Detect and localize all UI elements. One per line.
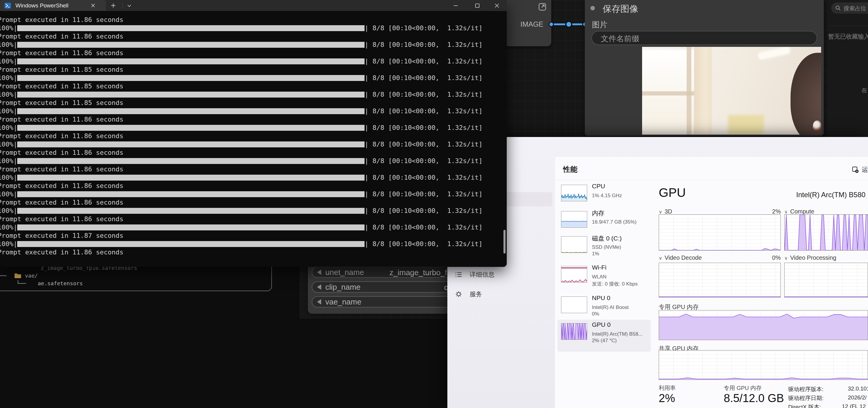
empty-favorites-text: 暂无已收藏输入: [828, 33, 868, 41]
tree-line-branch: ──: [0, 272, 6, 279]
terminal-tab-bar: Windows PowerShell: [0, 0, 507, 11]
progress-bar-fill: [17, 42, 365, 48]
terminal-progress-line: 100%|| 8/8 [00:10<00:00, 1.32s/it]: [0, 74, 483, 82]
terminal-exec-line: Prompt executed in 11.86 seconds: [0, 132, 483, 140]
widget-left-arrow-icon[interactable]: [317, 270, 321, 275]
filename-prefix-widget[interactable]: 文件名前缀: [591, 31, 817, 45]
terminal-output: Prompt executed in 11.86 seconds100%|| 8…: [0, 16, 483, 257]
progress-bar-fill: [17, 225, 365, 230]
directx-value: 12 (FL 12: [842, 403, 866, 408]
tab-close-icon[interactable]: [91, 3, 96, 8]
progress-bar-fill: [17, 191, 365, 197]
progress-bar-fill: [17, 75, 365, 81]
gpu-thumbnail: [561, 323, 587, 340]
proc-graph-svg: [784, 263, 868, 297]
gpu-device-name: Intel(R) Arc(TM) B580: [796, 191, 865, 199]
driver-date-value: 2026/2/: [848, 394, 867, 401]
tab-dropdown-icon[interactable]: [127, 4, 131, 7]
progress-bar-fill: [17, 241, 365, 247]
hardware-detail: WLAN: [592, 274, 607, 280]
chevron-down-icon[interactable]: ∨: [659, 256, 662, 261]
preview-node[interactable]: IMAGE: [505, 0, 551, 46]
reroute-dot[interactable]: [565, 21, 572, 28]
close-icon: [495, 3, 499, 8]
utilization-value: 2%: [659, 392, 675, 405]
section-3d-label[interactable]: ∨3D: [659, 208, 672, 215]
save-image-node[interactable]: 保存图像 图片 文件名前缀: [585, 0, 824, 136]
progress-bar-fill: [17, 108, 365, 114]
d3-graph-svg: [659, 215, 780, 250]
new-tab-icon[interactable]: [111, 3, 116, 8]
hardware-name: NPU 0: [592, 295, 610, 302]
progress-bar-fill: [17, 175, 365, 180]
terminal-exec-line: Prompt executed in 11.86 seconds: [0, 148, 483, 157]
task-manager-window: 详细信息 服务 性能 运 CPU1% 4.15 GHz内存16.9/: [447, 137, 868, 408]
chevron-down-icon[interactable]: ∨: [784, 256, 788, 261]
gpu-title: GPU: [659, 185, 686, 200]
section-video-decode-label[interactable]: ∨Video Decode: [659, 254, 702, 261]
search-icon: [835, 5, 841, 11]
wifi-thumbnail: [561, 266, 587, 282]
mem-thumbnail: [561, 211, 587, 228]
hardware-name: CPU: [592, 183, 605, 190]
utilization-label: 利用率: [659, 384, 676, 392]
compute-graph: [784, 214, 868, 250]
dedicated-memory-label: 专用 GPU 内存: [659, 303, 699, 311]
terminal-exec-line: Prompt executed in 11.86 seconds: [0, 182, 483, 190]
powershell-window: Windows PowerShell Prompt: [0, 0, 507, 267]
widget-left-arrow-icon[interactable]: [317, 284, 321, 290]
terminal-exec-line: Prompt executed in 11.85 seconds: [0, 99, 483, 107]
close-button[interactable]: [487, 0, 507, 11]
terminal-body[interactable]: Prompt executed in 11.86 seconds100%|| 8…: [0, 11, 507, 267]
tree-line-connector: └──: [16, 280, 26, 286]
chevron-down-icon[interactable]: ∨: [659, 209, 662, 214]
directx-label: DirectX 版本:: [788, 403, 821, 408]
dedicated-memory-graph: [659, 310, 868, 340]
terminal-scrollbar[interactable]: [503, 230, 505, 253]
screen: z_image_turbo_fp16.safetensors ── vae/ └…: [0, 0, 868, 408]
hardware-detail: 发送: 0 接收: 0 Kbps: [592, 280, 638, 287]
widget-left-arrow-icon[interactable]: [317, 299, 321, 305]
terminal-exec-line: Prompt executed in 11.86 seconds: [0, 49, 483, 57]
driver-version-label: 驱动程序版本:: [788, 385, 824, 393]
hardware-detail: 0%: [592, 311, 599, 317]
maximize-button[interactable]: [468, 0, 487, 11]
preview-image[interactable]: [642, 47, 821, 135]
shared-memory-graph: [659, 350, 868, 380]
dedicated-mem-stat-label: 专用 GPU 内存: [724, 384, 762, 392]
terminal-exec-line: Prompt executed in 11.86 seconds: [0, 198, 483, 207]
image-input-label: 图片: [592, 20, 607, 30]
terminal-exec-line: Prompt executed in 11.86 seconds: [0, 165, 483, 173]
terminal-exec-line: Prompt executed in 11.87 seconds: [0, 232, 483, 240]
node-collapse-dot[interactable]: [590, 6, 595, 10]
tab-bar-divider: [122, 2, 123, 9]
sidebar-search-input[interactable]: 搜索占位: [831, 2, 868, 14]
hardware-detail: Intel(R) Arc(TM) B58...: [592, 331, 642, 337]
tab-title: Windows PowerShell: [16, 2, 68, 9]
section-compute-label[interactable]: ∨Compute: [784, 208, 814, 215]
tab-windows-powershell[interactable]: Windows PowerShell: [0, 0, 106, 11]
driver-version-value: 32.0.101: [848, 385, 868, 392]
folder-icon: [14, 273, 21, 278]
hardware-detail: Intel(R) AI Boost: [592, 305, 629, 310]
progress-bar-fill: [17, 158, 365, 164]
widget-label: vae_name: [326, 297, 361, 307]
section-video-processing-label[interactable]: ∨Video Processing: [784, 254, 836, 261]
expand-icon[interactable]: [538, 2, 547, 11]
terminal-exec-line: Prompt executed in 11.86 seconds: [0, 215, 483, 223]
progress-bar-fill: [17, 208, 365, 214]
minimize-icon: [453, 3, 458, 8]
powershell-icon: [4, 2, 11, 9]
minimize-button[interactable]: [446, 0, 465, 11]
node-title: 保存图像: [602, 3, 638, 15]
wifi-graph-svg: [561, 266, 587, 282]
terminal-progress-line: 100%|| 8/8 [00:10<00:00, 1.32s/it]: [0, 190, 483, 198]
shared-graph-svg: [659, 350, 868, 379]
window-frame-v: [687, 47, 691, 135]
terminal-exec-line: Prompt executed in 11.86 seconds: [0, 16, 483, 24]
chevron-down-icon[interactable]: ∨: [784, 209, 788, 214]
image-output-dot[interactable]: [549, 22, 554, 27]
gpu-graph-svg: [561, 324, 587, 340]
section-video-decode-value: 0%: [763, 254, 781, 261]
search-placeholder: 搜索占位: [844, 5, 866, 12]
